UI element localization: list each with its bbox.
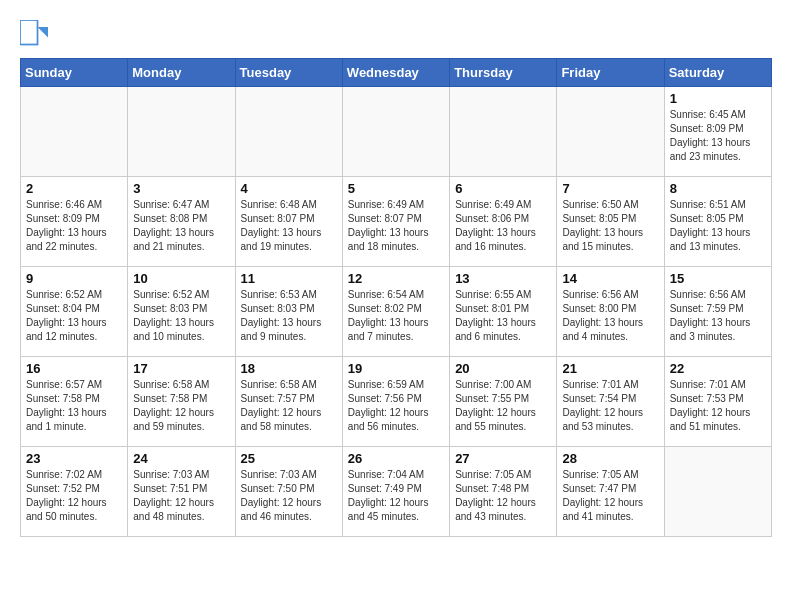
day-info: Sunrise: 6:46 AM Sunset: 8:09 PM Dayligh… — [26, 198, 122, 254]
day-number: 24 — [133, 451, 229, 466]
calendar-cell — [21, 87, 128, 177]
day-info: Sunrise: 6:48 AM Sunset: 8:07 PM Dayligh… — [241, 198, 337, 254]
day-number: 14 — [562, 271, 658, 286]
day-number: 17 — [133, 361, 229, 376]
day-info: Sunrise: 6:55 AM Sunset: 8:01 PM Dayligh… — [455, 288, 551, 344]
day-info: Sunrise: 7:05 AM Sunset: 7:47 PM Dayligh… — [562, 468, 658, 524]
day-number: 22 — [670, 361, 766, 376]
day-number: 2 — [26, 181, 122, 196]
day-info: Sunrise: 7:03 AM Sunset: 7:50 PM Dayligh… — [241, 468, 337, 524]
day-info: Sunrise: 6:53 AM Sunset: 8:03 PM Dayligh… — [241, 288, 337, 344]
logo-icon — [20, 20, 48, 48]
calendar-cell: 15Sunrise: 6:56 AM Sunset: 7:59 PM Dayli… — [664, 267, 771, 357]
day-info: Sunrise: 6:45 AM Sunset: 8:09 PM Dayligh… — [670, 108, 766, 164]
calendar-cell: 8Sunrise: 6:51 AM Sunset: 8:05 PM Daylig… — [664, 177, 771, 267]
day-number: 27 — [455, 451, 551, 466]
calendar-cell — [342, 87, 449, 177]
day-number: 21 — [562, 361, 658, 376]
day-info: Sunrise: 6:51 AM Sunset: 8:05 PM Dayligh… — [670, 198, 766, 254]
calendar-cell: 26Sunrise: 7:04 AM Sunset: 7:49 PM Dayli… — [342, 447, 449, 537]
day-number: 5 — [348, 181, 444, 196]
calendar-header-monday: Monday — [128, 59, 235, 87]
calendar-cell: 11Sunrise: 6:53 AM Sunset: 8:03 PM Dayli… — [235, 267, 342, 357]
day-info: Sunrise: 7:03 AM Sunset: 7:51 PM Dayligh… — [133, 468, 229, 524]
day-number: 18 — [241, 361, 337, 376]
calendar-header-saturday: Saturday — [664, 59, 771, 87]
day-number: 6 — [455, 181, 551, 196]
day-info: Sunrise: 6:52 AM Sunset: 8:04 PM Dayligh… — [26, 288, 122, 344]
calendar-cell: 10Sunrise: 6:52 AM Sunset: 8:03 PM Dayli… — [128, 267, 235, 357]
day-info: Sunrise: 6:58 AM Sunset: 7:57 PM Dayligh… — [241, 378, 337, 434]
calendar-cell: 18Sunrise: 6:58 AM Sunset: 7:57 PM Dayli… — [235, 357, 342, 447]
day-number: 4 — [241, 181, 337, 196]
calendar-cell: 12Sunrise: 6:54 AM Sunset: 8:02 PM Dayli… — [342, 267, 449, 357]
calendar-cell — [128, 87, 235, 177]
calendar-table: SundayMondayTuesdayWednesdayThursdayFrid… — [20, 58, 772, 537]
day-number: 25 — [241, 451, 337, 466]
calendar-cell: 3Sunrise: 6:47 AM Sunset: 8:08 PM Daylig… — [128, 177, 235, 267]
day-number: 3 — [133, 181, 229, 196]
day-info: Sunrise: 7:01 AM Sunset: 7:54 PM Dayligh… — [562, 378, 658, 434]
calendar-cell: 9Sunrise: 6:52 AM Sunset: 8:04 PM Daylig… — [21, 267, 128, 357]
calendar-cell: 2Sunrise: 6:46 AM Sunset: 8:09 PM Daylig… — [21, 177, 128, 267]
calendar-cell: 28Sunrise: 7:05 AM Sunset: 7:47 PM Dayli… — [557, 447, 664, 537]
page-header — [20, 20, 772, 48]
day-number: 16 — [26, 361, 122, 376]
day-info: Sunrise: 7:05 AM Sunset: 7:48 PM Dayligh… — [455, 468, 551, 524]
calendar-cell: 25Sunrise: 7:03 AM Sunset: 7:50 PM Dayli… — [235, 447, 342, 537]
day-number: 23 — [26, 451, 122, 466]
day-info: Sunrise: 7:01 AM Sunset: 7:53 PM Dayligh… — [670, 378, 766, 434]
day-number: 11 — [241, 271, 337, 286]
calendar-cell: 4Sunrise: 6:48 AM Sunset: 8:07 PM Daylig… — [235, 177, 342, 267]
calendar-cell — [450, 87, 557, 177]
calendar-cell: 22Sunrise: 7:01 AM Sunset: 7:53 PM Dayli… — [664, 357, 771, 447]
calendar-header-row: SundayMondayTuesdayWednesdayThursdayFrid… — [21, 59, 772, 87]
day-number: 19 — [348, 361, 444, 376]
day-info: Sunrise: 6:47 AM Sunset: 8:08 PM Dayligh… — [133, 198, 229, 254]
day-info: Sunrise: 7:04 AM Sunset: 7:49 PM Dayligh… — [348, 468, 444, 524]
calendar-cell: 23Sunrise: 7:02 AM Sunset: 7:52 PM Dayli… — [21, 447, 128, 537]
calendar-header-sunday: Sunday — [21, 59, 128, 87]
calendar-cell — [235, 87, 342, 177]
calendar-cell: 7Sunrise: 6:50 AM Sunset: 8:05 PM Daylig… — [557, 177, 664, 267]
calendar-header-friday: Friday — [557, 59, 664, 87]
day-info: Sunrise: 7:00 AM Sunset: 7:55 PM Dayligh… — [455, 378, 551, 434]
calendar-cell: 20Sunrise: 7:00 AM Sunset: 7:55 PM Dayli… — [450, 357, 557, 447]
day-info: Sunrise: 6:50 AM Sunset: 8:05 PM Dayligh… — [562, 198, 658, 254]
calendar-cell: 14Sunrise: 6:56 AM Sunset: 8:00 PM Dayli… — [557, 267, 664, 357]
day-number: 12 — [348, 271, 444, 286]
day-number: 9 — [26, 271, 122, 286]
day-info: Sunrise: 7:02 AM Sunset: 7:52 PM Dayligh… — [26, 468, 122, 524]
day-number: 28 — [562, 451, 658, 466]
calendar-cell: 6Sunrise: 6:49 AM Sunset: 8:06 PM Daylig… — [450, 177, 557, 267]
calendar-cell — [664, 447, 771, 537]
calendar-week-row: 23Sunrise: 7:02 AM Sunset: 7:52 PM Dayli… — [21, 447, 772, 537]
calendar-week-row: 9Sunrise: 6:52 AM Sunset: 8:04 PM Daylig… — [21, 267, 772, 357]
day-info: Sunrise: 6:49 AM Sunset: 8:06 PM Dayligh… — [455, 198, 551, 254]
day-info: Sunrise: 6:52 AM Sunset: 8:03 PM Dayligh… — [133, 288, 229, 344]
calendar-cell: 13Sunrise: 6:55 AM Sunset: 8:01 PM Dayli… — [450, 267, 557, 357]
day-number: 8 — [670, 181, 766, 196]
day-info: Sunrise: 6:54 AM Sunset: 8:02 PM Dayligh… — [348, 288, 444, 344]
day-number: 1 — [670, 91, 766, 106]
calendar-week-row: 16Sunrise: 6:57 AM Sunset: 7:58 PM Dayli… — [21, 357, 772, 447]
day-number: 13 — [455, 271, 551, 286]
day-number: 10 — [133, 271, 229, 286]
day-info: Sunrise: 6:49 AM Sunset: 8:07 PM Dayligh… — [348, 198, 444, 254]
day-number: 26 — [348, 451, 444, 466]
calendar-header-wednesday: Wednesday — [342, 59, 449, 87]
svg-rect-2 — [20, 20, 38, 45]
calendar-cell: 21Sunrise: 7:01 AM Sunset: 7:54 PM Dayli… — [557, 357, 664, 447]
calendar-cell: 1Sunrise: 6:45 AM Sunset: 8:09 PM Daylig… — [664, 87, 771, 177]
calendar-cell: 5Sunrise: 6:49 AM Sunset: 8:07 PM Daylig… — [342, 177, 449, 267]
day-number: 15 — [670, 271, 766, 286]
calendar-week-row: 2Sunrise: 6:46 AM Sunset: 8:09 PM Daylig… — [21, 177, 772, 267]
day-info: Sunrise: 6:58 AM Sunset: 7:58 PM Dayligh… — [133, 378, 229, 434]
calendar-header-tuesday: Tuesday — [235, 59, 342, 87]
day-info: Sunrise: 6:57 AM Sunset: 7:58 PM Dayligh… — [26, 378, 122, 434]
calendar-week-row: 1Sunrise: 6:45 AM Sunset: 8:09 PM Daylig… — [21, 87, 772, 177]
calendar-cell: 27Sunrise: 7:05 AM Sunset: 7:48 PM Dayli… — [450, 447, 557, 537]
day-info: Sunrise: 6:56 AM Sunset: 7:59 PM Dayligh… — [670, 288, 766, 344]
day-number: 7 — [562, 181, 658, 196]
day-number: 20 — [455, 361, 551, 376]
